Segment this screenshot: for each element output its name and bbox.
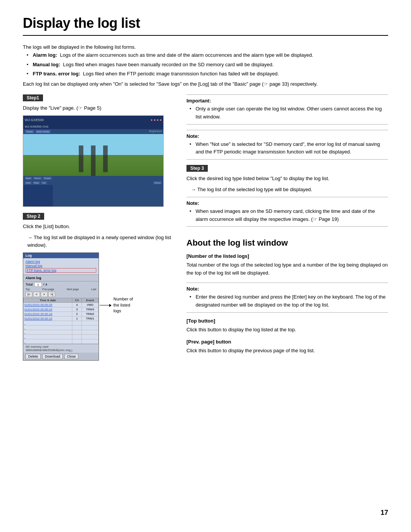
note1-title: Note: [186, 133, 388, 139]
log-type-ftp[interactable]: FTP trans. error log [25, 268, 96, 273]
note1-box: Note: When "Not use" is selected for "SD… [186, 130, 388, 160]
screen-back-btn[interactable]: Back [25, 177, 32, 180]
table-row-empty [24, 321, 99, 326]
log-time-1[interactable]: 01/01/2010 00:00:25 [24, 303, 72, 307]
log-col-time: Time & date [24, 298, 72, 303]
note2-title: Note: [186, 200, 388, 206]
note2-box: Note: When saved images are on the SD me… [186, 197, 388, 227]
step2-arrow: The log list will be displayed in a newl… [27, 234, 171, 250]
log-btn-row: Delete Download Close [23, 353, 99, 360]
log-window-title: Log [23, 253, 99, 258]
note3-title: Note: [186, 286, 388, 292]
log-nav-labels: Top Prev.page Next page Last [23, 288, 99, 291]
log-table-header: Time & date Ch Event [24, 298, 99, 303]
right-column: Important: Only a single user can operat… [186, 94, 388, 361]
log-total-label: Total [25, 283, 33, 286]
prev-page-text: Click this button to display the previou… [186, 347, 388, 355]
table-row: 01/01/2010 00:00:25 4 VMD [24, 303, 99, 307]
screen-pillars [79, 145, 108, 176]
intro-ftp-label: FTP trans. error log: [33, 71, 80, 77]
step1-text: Display the "Live" page. (☞ Page 5) [23, 104, 171, 112]
log-window-wrapper: Log Alarm log Manual log FTP trans. erro… [23, 252, 99, 361]
intro-section: The logs will be displayed in the follow… [23, 43, 388, 88]
intro-item-ftp: FTP trans. error log: Logs filed when th… [27, 70, 388, 78]
screen-near-btn[interactable]: Near [33, 181, 40, 184]
note2-list: When saved images are on the SD memory c… [190, 208, 388, 224]
download-button[interactable]: Download [42, 354, 63, 359]
intro-alarm-label: Alarm log: [33, 52, 57, 58]
log-ch-2: 3 [72, 307, 82, 312]
note3-box: Note: Enter the desired log number and p… [186, 283, 388, 313]
log-alarm-label: Alarm log [23, 275, 99, 281]
about-section: About the log list window [Number of the… [186, 238, 388, 355]
intro-note: Each log list can be displayed only when… [23, 80, 388, 88]
screen-name-btn[interactable]: Name [153, 181, 162, 184]
log-event-2: TRM3 [82, 307, 99, 312]
important-box: Important: Only a single user can operat… [186, 94, 388, 125]
log-nav-next[interactable]: > [41, 292, 48, 297]
screen-focus-btn[interactable]: Focus [33, 177, 41, 180]
screen-title-row: WJ-GXE500 CH1 [23, 124, 163, 129]
table-row-empty [24, 326, 99, 330]
log-window: Log Alarm log Manual log FTP trans. erro… [23, 252, 99, 361]
log-nav-top[interactable]: |< [25, 292, 32, 297]
screen-auto2-btn[interactable]: Auto mode [35, 130, 51, 133]
step3-arrow: The log list of the selected log type wi… [191, 186, 388, 194]
log-time-3[interactable]: 01/01/2010 00:00:18 [24, 312, 72, 316]
close-button[interactable]: Close [64, 354, 78, 359]
top-button-title: [Top button] [186, 318, 388, 324]
log-col-event: Event [82, 298, 99, 303]
table-row-empty [24, 330, 99, 335]
step3-text: Click the desired log type listed below … [186, 175, 388, 183]
log-window-area: Log Alarm log Manual log FTP trans. erro… [23, 252, 171, 361]
log-total-input[interactable] [34, 282, 42, 287]
number-listed-title: [Number of the listed logs] [186, 253, 388, 259]
log-nav-prev[interactable]: < [33, 292, 40, 297]
step2-section: Step 2 Click the [List] button. The log … [23, 213, 171, 361]
important-title: Important: [186, 98, 388, 104]
screen-preset-btn[interactable]: Preset [43, 177, 52, 180]
log-time-4[interactable]: 01/01/2010 00:00:10 [24, 316, 72, 321]
log-type-alarm[interactable]: Alarm log [25, 260, 96, 264]
number-listed-text: Total number of the logs of the selected… [186, 261, 388, 277]
log-nav-last[interactable]: >| [48, 292, 55, 297]
screen-controls: Tower Auto mode Brightness [23, 129, 163, 134]
log-footer-text1: SD memory card [25, 345, 96, 348]
log-nav-row: |< < > >| [23, 291, 99, 298]
log-type-manual[interactable]: Manual log [25, 264, 96, 268]
screen-far-btn[interactable]: Far [41, 181, 47, 184]
camera-screenshot: WJ-GXE500 ● ● ● ● Live Setup [23, 115, 164, 207]
step1-badge: Step1 [23, 94, 43, 101]
step2-text: Click the [List] button. [23, 223, 171, 231]
note3-list: Enter the desired log number and press t… [190, 293, 388, 309]
step1-section: Step1 Display the "Live" page. (☞ Page 5… [23, 94, 171, 207]
intro-alarm-desc: Logs of the alarm occurrences such as ti… [60, 52, 314, 58]
note3-item-0: Enter the desired log number and press t… [190, 293, 388, 309]
log-time-2[interactable]: 01/01/2010 00:00:24 [24, 307, 72, 312]
callout-arrowhead [109, 304, 112, 307]
log-types-section: Alarm log Manual log FTP trans. error lo… [23, 258, 99, 275]
step2-badge: Step 2 [23, 213, 44, 220]
note1-item-0: When "Not use" is selected for "SD memor… [190, 141, 388, 157]
log-event-4: TRM1 [82, 316, 99, 321]
log-table: Time & date Ch Event 01/01/2010 00:00:25… [23, 298, 99, 344]
screen-main-area: WJ-GXE500 CH1 Tower Auto mode Brightness [23, 124, 163, 207]
screen-image [23, 134, 163, 176]
log-ch-1: 4 [72, 303, 82, 307]
intro-list: Alarm log: Logs of the alarm occurrences… [27, 51, 388, 78]
log-event-3: TRM2 [82, 312, 99, 316]
screen-tower-btn[interactable]: Tower [25, 130, 34, 133]
top-button-text: Click this button to display the log lis… [186, 326, 388, 334]
table-row: 01/01/2010 00:00:18 2 TRM2 [24, 312, 99, 316]
log-ch-4: 1 [72, 316, 82, 321]
callout-label: Number ofthe listedlogs [113, 296, 155, 314]
page-number: 17 [381, 509, 388, 517]
left-column: Step1 Display the "Live" page. (☞ Page 5… [23, 94, 171, 361]
log-event-1: VMD [82, 303, 99, 307]
table-row-empty [24, 339, 99, 344]
screen-auto3-btn[interactable]: Auto [25, 181, 32, 184]
page-title: Display the log list [23, 15, 388, 36]
intro-item-manual: Manual log: Logs filed when images have … [27, 61, 388, 69]
delete-button[interactable]: Delete [25, 354, 41, 359]
log-total-row: Total / 4 [23, 281, 99, 288]
